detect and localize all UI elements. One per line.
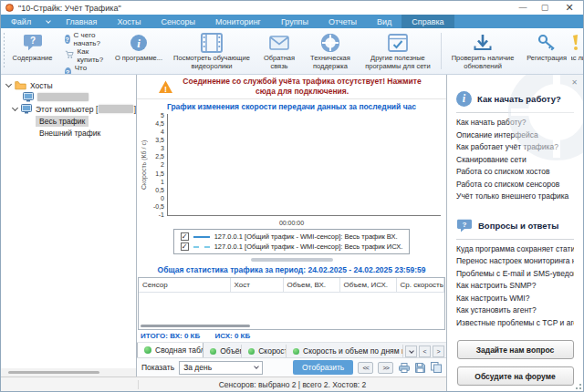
copy-icon[interactable] — [431, 362, 442, 373]
legend-entry: ✓ 127.0.0.1 [Общий трафик - WMI-сенсор]:… — [181, 232, 403, 242]
tab-summary-table[interactable]: Сводная таблица — [137, 342, 203, 357]
whats-new-label: Что нового? — [75, 64, 104, 75]
other-programs-button[interactable]: Другие полезные программы для сети — [358, 28, 438, 74]
tab-list-dropdown-button[interactable] — [405, 346, 417, 357]
chevron-down-icon[interactable] — [41, 15, 56, 28]
next-period-button[interactable]: >> — [378, 362, 393, 374]
scrollbar-thumb[interactable] — [8, 371, 99, 374]
faq-link[interactable]: Куда программа сохраняет статистик — [456, 244, 574, 257]
support-button[interactable]: Техническая поддержка — [303, 28, 358, 74]
column-header-avg-speed-in[interactable]: Ср. скорость, ВХ. — [396, 278, 444, 293]
traffic-panel: ! Соединение со службой учёта трафика от… — [137, 75, 446, 377]
forum-button[interactable]: Обсудите на форуме — [457, 366, 574, 386]
menu-groups[interactable]: Группы — [271, 15, 318, 28]
support-label: Техническая поддержка — [308, 54, 353, 70]
checkbox-checked[interactable]: ✓ — [181, 232, 189, 241]
how-to-buy-link[interactable]: Как купить? — [65, 47, 104, 64]
previous-period-button[interactable]: << — [358, 362, 373, 374]
faq-link[interactable]: Проблемы с E-mail и SMS-уведомлен — [456, 269, 574, 282]
menu-reports[interactable]: Отчеты — [318, 15, 367, 28]
ask-question-button[interactable]: Задайте нам вопрос — [457, 340, 574, 359]
help-link[interactable]: Учёт только внешнего трафика — [456, 191, 574, 204]
menu-hosts[interactable]: Хосты — [107, 15, 151, 28]
tree-node-external-traffic[interactable]: Внешний трафик — [1, 127, 136, 139]
tab-volume[interactable]: Объём — [203, 345, 242, 357]
getting-started-link[interactable]: ? С чего начать? — [65, 31, 104, 47]
column-header-volume-in[interactable]: Объем, ВХ. — [283, 278, 339, 293]
green-status-icon — [210, 348, 216, 355]
window-title: "10-Страйк: Учёт Трафика" — [18, 4, 121, 13]
about-button[interactable]: i О программе... — [110, 28, 168, 74]
connection-warning-banner[interactable]: ! Соединение со службой учёта трафика от… — [137, 75, 446, 99]
faq-link[interactable]: Перенос настроек мониторинга на др — [456, 256, 574, 269]
svg-text:!: ! — [164, 84, 167, 93]
license-label: Рас лиц — [571, 54, 583, 62]
minimize-button[interactable]: — — [512, 1, 534, 15]
tree-horizontal-scrollbar[interactable] — [1, 368, 136, 377]
maximize-button[interactable]: ▢ — [534, 1, 556, 15]
status-bar: Сенсоров: выбрано 2 | всего 2. Хостов: 2 — [1, 377, 446, 391]
license-button[interactable]: Рас лиц — [571, 28, 583, 74]
whats-new-link[interactable]: ? Что нового? — [65, 64, 104, 75]
help-bubble-icon: ? — [23, 32, 43, 54]
close-button[interactable]: ✕ — [556, 1, 583, 15]
column-header-host[interactable]: Хост — [230, 278, 283, 293]
tree-node-this-computer[interactable]: Этот компьютер [ ] — [1, 103, 136, 115]
registration-button[interactable]: Регистрация — [522, 28, 571, 74]
ribbon-drag-handle — [4, 33, 5, 69]
faq-link[interactable]: Известные проблемы с TCP и агентом — [456, 318, 574, 331]
checkbox-checked[interactable]: ✓ — [181, 242, 189, 251]
help-link[interactable]: Работа со списком сенсоров — [456, 180, 574, 192]
contents-button[interactable]: ? Содержание — [6, 28, 59, 74]
tree-expanded-icon[interactable] — [5, 81, 12, 88]
tab-scroll-right-button[interactable]: > — [433, 346, 444, 357]
stats-horizontal-scrollbar[interactable] — [139, 322, 444, 329]
info-icon: i — [130, 32, 148, 54]
tab-speed-volume-by-day[interactable]: Скорость и объем по дням и месяцам — [287, 345, 403, 357]
legend-label: 127.0.0.1 [Общий трафик - WMI-сенсор]: В… — [214, 232, 398, 241]
display-button[interactable]: Отобразить — [293, 360, 353, 375]
registration-label: Регистрация — [527, 54, 567, 62]
faq-link[interactable]: Как настроить WMI? — [456, 294, 574, 306]
tree-node-hosts[interactable]: Хосты — [1, 79, 136, 91]
menu-monitoring[interactable]: Мониторинг — [205, 15, 271, 28]
faq-link[interactable]: Как установить агент? — [456, 305, 574, 318]
help-section-title: Вопросы и ответы — [478, 221, 558, 231]
tab-scroll-left-button[interactable]: < — [419, 346, 431, 357]
check-updates-button[interactable]: Проверить наличие обновлений — [443, 28, 522, 74]
chart-y-axis-label: Скорость (Кб / с) — [139, 114, 149, 216]
question-icon: ? — [65, 67, 71, 75]
save-icon[interactable] — [415, 363, 425, 373]
tree-node-label: Этот компьютер [ — [36, 105, 98, 114]
menu-view[interactable]: Вид — [367, 15, 402, 28]
menu-file[interactable]: Файл — [1, 15, 41, 28]
splitter-handle[interactable] — [251, 258, 333, 262]
window-resize-grip[interactable] — [576, 384, 581, 389]
chart-legend: ✓ 127.0.0.1 [Общий трафик - WMI-сенсор]:… — [173, 229, 411, 254]
question-icon: ? — [65, 35, 70, 44]
scrollbar-thumb[interactable] — [141, 325, 250, 327]
green-status-icon — [144, 346, 151, 354]
tree-node-all-traffic[interactable]: Весь трафик — [1, 115, 136, 127]
videos-button[interactable]: Посмотреть обучающие видеоролики — [168, 28, 256, 74]
download-icon — [473, 32, 493, 54]
print-icon[interactable] — [399, 363, 410, 373]
about-label: О программе... — [115, 54, 162, 62]
tree-node-host1[interactable] — [1, 91, 136, 103]
menu-help[interactable]: Справка — [402, 15, 454, 28]
y-tick-label: -1 — [159, 211, 164, 218]
menu-home[interactable]: Главная — [56, 15, 107, 28]
close-panel-icon[interactable]: ✕ — [571, 78, 578, 87]
getting-started-label: С чего начать? — [74, 31, 104, 47]
column-header-volume-out[interactable]: Объем, ИСХ. — [339, 278, 396, 293]
tree-expanded-icon[interactable] — [12, 105, 18, 111]
column-header-sensor[interactable]: Сенсор — [139, 278, 230, 293]
warning-text: Соединение со службой учёта трафика отсу… — [179, 77, 425, 97]
period-select[interactable]: За день — [179, 361, 263, 375]
faq-link[interactable]: Как настроить SNMP? — [456, 281, 574, 294]
tab-speed[interactable]: Скорость — [242, 345, 287, 357]
feedback-button[interactable]: Обратная связь — [256, 28, 303, 74]
y-tick-label: 1,5 — [155, 170, 164, 177]
help-link[interactable]: Работа со списком хостов — [456, 167, 574, 180]
menu-sensors[interactable]: Сенсоры — [151, 15, 205, 28]
